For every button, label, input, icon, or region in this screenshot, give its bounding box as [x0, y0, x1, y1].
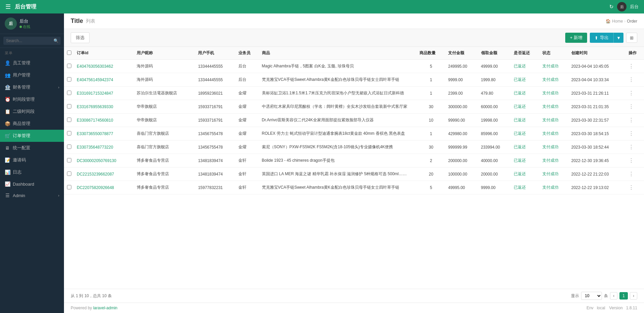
cell-status: 支付成功 [540, 87, 569, 100]
cell-quantity: 2 [417, 154, 446, 167]
sidebar-item-config[interactable]: 🖥 统一配置 [0, 142, 64, 154]
sidebar-item-label: 日志 [13, 169, 22, 175]
export-icon: ⬆ [595, 35, 598, 40]
cell-phone: 18959236021 [195, 87, 236, 100]
action-more-icon[interactable]: ⋮ [629, 104, 634, 109]
cell-action: ⋮ [626, 181, 644, 194]
page-1-button[interactable]: 1 [619, 292, 628, 300]
row-checkbox[interactable] [67, 145, 71, 149]
cell-phone: 15933716791 [195, 100, 236, 114]
columns-button[interactable]: ⊞ [626, 33, 637, 43]
cell-action: ⋮ [626, 140, 644, 154]
action-more-icon[interactable]: ⋮ [629, 117, 634, 123]
cell-phone: 13456755478 [195, 127, 236, 140]
avatar[interactable]: 后 [617, 2, 626, 11]
cell-created: 2023-03-30 22:31:57 [569, 114, 626, 127]
log-icon: 📊 [5, 169, 10, 175]
action-more-icon[interactable]: ⋮ [629, 131, 634, 136]
cell-order-id: E331691715324847 [74, 87, 134, 100]
cell-payment: 200000.00 [445, 154, 478, 167]
username-label[interactable]: 后台 [630, 4, 639, 10]
sidebar-item-goods[interactable]: 📦 商品管理 [0, 118, 64, 130]
laravel-admin-link[interactable]: laravel-admin [93, 306, 117, 310]
row-checkbox-cell [64, 181, 74, 194]
search-input[interactable] [3, 37, 61, 45]
sidebar-item-admin[interactable]: ☰ Admin › [0, 190, 64, 201]
row-checkbox-cell [64, 100, 74, 114]
select-all-checkbox[interactable] [67, 51, 71, 55]
table-row: DC300002050769130 博多奢食品专营店 13481839474 金… [64, 154, 644, 167]
cell-goods: ROLEX 劳力士 蚝式恒动宇宙计型迪通拿腕表18ct黄金款 40mm 香槟色 … [259, 127, 417, 140]
cell-status: 支付成功 [540, 60, 569, 73]
row-checkbox[interactable] [67, 185, 71, 189]
row-checkbox[interactable] [67, 131, 71, 135]
cell-returned: 已返还 [511, 87, 540, 100]
cell-goods: Bolide 1923 - 45 chimeres dragon手提包 [259, 154, 417, 167]
action-more-icon[interactable]: ⋮ [629, 158, 634, 163]
page-size-select[interactable]: 10 20 50 [581, 292, 602, 300]
sidebar-item-log[interactable]: 📊 日志 [0, 166, 64, 178]
filter-button[interactable]: 筛选 [71, 32, 90, 43]
search-icon[interactable]: 🔍 [54, 38, 59, 43]
row-checkbox[interactable] [67, 158, 71, 162]
cell-salesperson: 金燿 [236, 87, 259, 100]
cell-status: 支付成功 [540, 127, 569, 140]
action-more-icon[interactable]: ⋮ [629, 63, 634, 69]
select-all-header [64, 47, 74, 60]
cell-action: ⋮ [626, 60, 644, 73]
row-checkbox[interactable] [67, 64, 71, 68]
cell-quantity: 5 [417, 60, 446, 73]
sidebar-item-dashboard[interactable]: 📈 Dashboard [0, 178, 64, 190]
pagination-bar: 从 1 到 10，总共 10 条 显示 10 20 50 条 ‹ 1 › [64, 289, 644, 303]
new-button[interactable]: + 新增 [565, 33, 587, 43]
page-header: Title 列表 🏠 Home › Order [64, 13, 644, 29]
action-more-icon[interactable]: ⋮ [629, 144, 634, 150]
page-subtitle: 列表 [86, 18, 95, 24]
sidebar-item-finance[interactable]: 🏦 财务管理 › [0, 81, 64, 93]
row-checkbox[interactable] [67, 104, 71, 108]
row-checkbox[interactable] [67, 91, 71, 95]
sidebar-item-label: 统一配置 [13, 145, 30, 151]
cell-goods: 梵克雅宝VCA手链Sweet Alhambra黄K金配白色珍珠贝母手链女士四叶草… [259, 181, 417, 194]
cell-order-id: E404763056303462 [74, 60, 134, 73]
cell-quantity: 1 [417, 73, 446, 87]
cell-receive: 20000.00 [478, 167, 511, 181]
cell-action: ⋮ [626, 154, 644, 167]
sidebar-item-timeslot[interactable]: ⏰ 时间段管理 [0, 93, 64, 105]
chevron-right-icon: › [58, 86, 59, 89]
next-page-button[interactable]: › [630, 292, 637, 300]
hamburger-icon[interactable]: ☰ [5, 3, 11, 10]
action-more-icon[interactable]: ⋮ [629, 185, 634, 190]
action-more-icon[interactable]: ⋮ [629, 77, 634, 83]
sidebar-item-user[interactable]: 👥 用户管理 [0, 69, 64, 81]
sidebar-item-timeslot2[interactable]: 📋 二级时间段 [0, 105, 64, 118]
cell-goods: 美标浴缸卫浴1.1米1.5米1.7米压克力民宿深泡小户型无裙嵌入式浴缸日式新科德 [259, 87, 417, 100]
cell-phone: 15977832231 [195, 181, 236, 194]
col-goods: 商品 [259, 47, 417, 60]
sidebar-item-invite[interactable]: 📝 邀请码 [0, 154, 64, 166]
cell-created: 2023-04-04 10:45:05 [569, 60, 626, 73]
refresh-icon[interactable]: ↻ [609, 4, 614, 10]
breadcrumb-home[interactable]: Home [612, 19, 623, 24]
order-icon: 🛒 [5, 133, 10, 138]
action-more-icon[interactable]: ⋮ [629, 171, 634, 177]
sidebar-item-order[interactable]: 🛒 订单管理 [0, 130, 64, 142]
cell-created: 2023-03-30 18:52:44 [569, 140, 626, 154]
pagination-info: 从 1 到 10，总共 10 条 [71, 293, 112, 299]
row-checkbox[interactable] [67, 171, 71, 176]
cell-receive: 40000.00 [478, 154, 511, 167]
cell-salesperson: 金燿 [236, 140, 259, 154]
prev-page-button[interactable]: ‹ [610, 292, 617, 300]
export-button[interactable]: ⬆ 导出 [590, 33, 613, 43]
row-checkbox[interactable] [67, 118, 71, 122]
row-checkbox[interactable] [67, 77, 71, 82]
cell-quantity: 1 [417, 87, 446, 100]
cell-returned: 已返还 [511, 73, 540, 87]
cell-salesperson: 后台 [236, 73, 259, 87]
export-dropdown-button[interactable]: ▼ [613, 33, 623, 43]
sidebar-item-employee[interactable]: 👤 员工管理 [0, 57, 64, 69]
finance-icon: 🏦 [5, 85, 10, 90]
col-status: 状态 [540, 47, 569, 60]
action-more-icon[interactable]: ⋮ [629, 90, 634, 96]
breadcrumb-separator: › [624, 19, 625, 24]
